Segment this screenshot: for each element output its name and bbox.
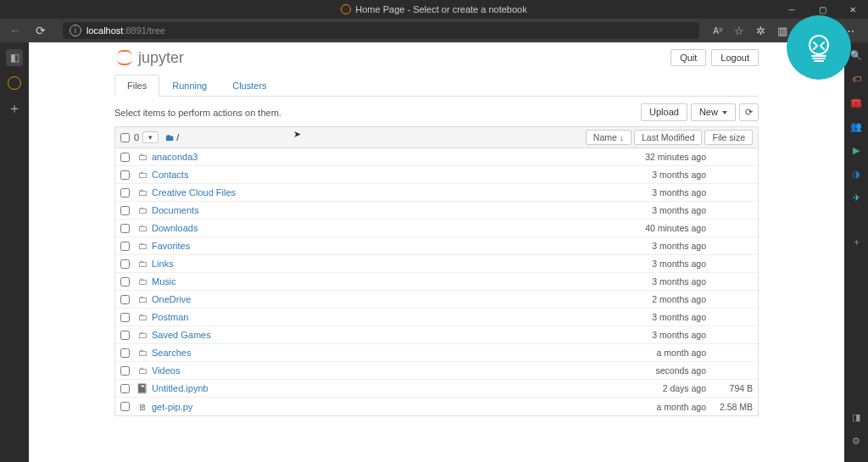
file-row: 🗀Postman3 months ago: [115, 309, 758, 326]
extensions-icon[interactable]: ✲: [756, 25, 765, 37]
selected-count: 0: [134, 132, 139, 142]
file-modified: 3 months ago: [621, 330, 706, 340]
file-checkbox[interactable]: [120, 366, 130, 376]
file-list: 🗀anaconda332 minutes ago🗀Contacts3 month…: [114, 148, 759, 416]
upload-button[interactable]: Upload: [641, 103, 687, 121]
folder-icon: 🗀: [136, 259, 148, 269]
tab-files[interactable]: Files: [114, 75, 159, 97]
address-bar[interactable]: i localhost:8891/tree: [63, 22, 699, 39]
select-menu-button[interactable]: ▾: [142, 131, 159, 143]
people-icon[interactable]: 👥: [849, 119, 864, 134]
folder-icon[interactable]: 🖿: [165, 132, 175, 142]
collections-icon[interactable]: ▥: [777, 25, 787, 37]
new-tab-button[interactable]: ＋: [6, 100, 23, 117]
tab-running[interactable]: Running: [159, 75, 220, 96]
file-name-link[interactable]: anaconda3: [152, 152, 621, 162]
file-checkbox[interactable]: [120, 331, 130, 340]
file-row: 📓Untitled.ipynb2 days ago794 B: [115, 380, 758, 398]
sort-size-button[interactable]: File size: [704, 130, 753, 145]
file-checkbox[interactable]: [120, 224, 130, 233]
nav-refresh-button[interactable]: ⟳: [32, 24, 49, 37]
file-name-link[interactable]: Creative Cloud Files: [152, 187, 621, 198]
file-checkbox[interactable]: [120, 242, 130, 251]
file-name-link[interactable]: Saved Games: [152, 330, 621, 340]
file-name-link[interactable]: Music: [152, 276, 621, 287]
tab-jupyter[interactable]: [8, 76, 21, 90]
sort-modified-button[interactable]: Last Modified: [634, 130, 702, 145]
file-name-link[interactable]: OneDrive: [152, 294, 621, 304]
file-name-link[interactable]: Postman: [152, 312, 621, 322]
file-checkbox[interactable]: [120, 295, 130, 304]
refresh-list-button[interactable]: ⟳: [739, 103, 759, 121]
minimize-button[interactable]: ─: [776, 0, 807, 19]
jupyter-logo[interactable]: jupyter: [114, 47, 184, 68]
tools-icon[interactable]: 🧰: [849, 95, 864, 110]
file-name-link[interactable]: Untitled.ipynb: [152, 383, 621, 393]
file-name-link[interactable]: Searches: [152, 348, 621, 358]
tab-clusters[interactable]: Clusters: [220, 75, 279, 96]
file-checkbox[interactable]: [120, 153, 130, 162]
file-checkbox[interactable]: [120, 348, 130, 358]
file-checkbox[interactable]: [120, 259, 130, 269]
file-row: 🗀Favorites3 months ago: [115, 237, 758, 255]
select-all-checkbox[interactable]: [120, 133, 130, 142]
browser-right-sidebar: 🔍 🏷 🧰 👥 ▶ ◑ ✈ ＋ ◨ ⚙: [844, 42, 868, 462]
sort-name-button[interactable]: Name ↓: [586, 130, 632, 145]
close-button[interactable]: ✕: [837, 0, 868, 19]
sidebar-add-button[interactable]: ＋: [849, 234, 864, 249]
file-modified: 3 months ago: [621, 312, 706, 322]
nav-back-button[interactable]: ←: [7, 24, 24, 37]
file-size: 2.58 MB: [706, 402, 753, 412]
file-modified: 3 months ago: [621, 170, 706, 180]
logout-button[interactable]: Logout: [711, 49, 759, 66]
sidebar-settings-icon[interactable]: ⚙: [849, 433, 864, 448]
file-name-link[interactable]: Documents: [152, 205, 621, 215]
favorite-icon[interactable]: ☆: [734, 25, 744, 37]
notebook-icon: 📓: [136, 383, 148, 394]
site-info-icon[interactable]: i: [70, 25, 81, 36]
jupyter-tabs: Files Running Clusters: [114, 75, 759, 97]
file-row: 🗀Contacts3 months ago: [115, 166, 758, 184]
file-checkbox[interactable]: [120, 384, 130, 393]
quit-button[interactable]: Quit: [670, 49, 706, 66]
play-icon[interactable]: ▶: [849, 142, 864, 158]
folder-icon: 🗀: [136, 294, 148, 304]
file-checkbox[interactable]: [120, 170, 130, 180]
file-checkbox[interactable]: [120, 313, 130, 322]
file-list-header: 0 ▾ 🖿 / Name ↓ Last Modified File size: [114, 126, 759, 148]
file-checkbox[interactable]: [120, 277, 130, 287]
send-icon[interactable]: ✈: [849, 190, 864, 205]
url-host: localhost: [86, 25, 123, 36]
sort-arrow-icon: ↓: [620, 132, 624, 142]
file-modified: 3 months ago: [621, 187, 706, 198]
jupyter-header: jupyter Quit Logout: [114, 42, 759, 75]
lightbulb-overlay: [787, 15, 851, 80]
vertical-tabs-button[interactable]: ◧: [6, 49, 23, 66]
sidebar-panel-icon[interactable]: ◨: [849, 409, 864, 425]
file-row: 🗀anaconda332 minutes ago: [115, 148, 758, 166]
file-checkbox[interactable]: [120, 188, 130, 198]
file-name-link[interactable]: Contacts: [152, 170, 621, 180]
toolbar-row: Select items to perform actions on them.…: [114, 97, 759, 126]
file-checkbox[interactable]: [120, 206, 130, 215]
file-modified: 40 minutes ago: [621, 223, 706, 233]
tag-icon[interactable]: 🏷: [849, 71, 864, 86]
folder-icon: 🗀: [136, 276, 148, 287]
file-name-link[interactable]: Downloads: [152, 223, 621, 233]
file-name-link[interactable]: Links: [152, 259, 621, 269]
file-name-link[interactable]: Videos: [152, 365, 621, 376]
breadcrumb-root[interactable]: /: [176, 132, 179, 142]
file-row: 🗎get-pip.pya month ago2.58 MB: [115, 398, 758, 415]
file-name-link[interactable]: get-pip.py: [152, 402, 621, 412]
read-aloud-icon[interactable]: A⁾⁾: [713, 26, 722, 36]
outlook-icon[interactable]: ◑: [849, 166, 864, 181]
file-row: 🗀OneDrive2 months ago: [115, 291, 758, 309]
file-name-link[interactable]: Favorites: [152, 241, 621, 251]
jupyter-logo-text: jupyter: [138, 49, 184, 67]
file-row: 🗀Videosseconds ago: [115, 362, 758, 380]
folder-icon: 🗀: [136, 170, 148, 180]
folder-icon: 🗀: [136, 330, 148, 340]
file-checkbox[interactable]: [120, 402, 130, 411]
file-modified: 3 months ago: [621, 259, 706, 269]
new-button[interactable]: New: [691, 103, 736, 121]
